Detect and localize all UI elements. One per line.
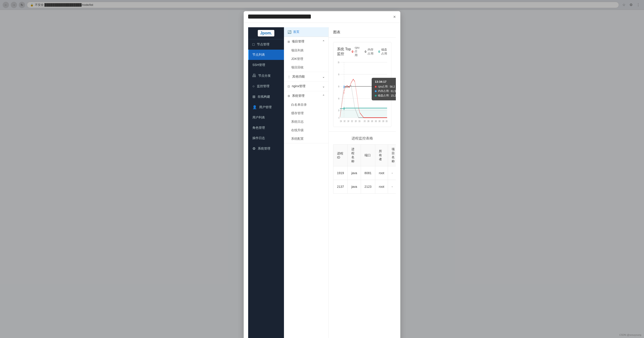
col-project: 项目名称 bbox=[388, 145, 396, 166]
chart-area: 系统 Top 监控 cpu占用 内存占用 bbox=[333, 42, 391, 127]
sidebar: Jpom. □ 节点管理 节点列表 SSH管理 品 节点分发 bbox=[248, 27, 284, 338]
cache-mgmt-link[interactable]: 缓存管理 bbox=[284, 109, 328, 118]
sidebar-item-online-build[interactable]: ⊞ 在线构建 bbox=[248, 91, 284, 102]
sidebar-item-node-mgmt[interactable]: □ 节点管理 bbox=[248, 39, 284, 50]
sub-sidebar-home-label: 首页 bbox=[293, 30, 300, 34]
main-content: 图表 系统 Top 监控 cpu占用 bbox=[329, 27, 396, 338]
sidebar-item-user-list[interactable]: 用户列表 bbox=[248, 112, 284, 123]
row2-port: 2123 bbox=[361, 180, 375, 194]
col-owner: 所有者 bbox=[375, 145, 388, 166]
row2-owner: root bbox=[375, 180, 388, 194]
svg-text:13:48:35: 13:48:35 bbox=[371, 120, 373, 122]
table-row: 1919 java 8081 root - 246 MB 睡眠 0.0% 1 bbox=[334, 166, 396, 180]
sidebar-item-monitor-mgmt[interactable]: ○ 监控管理 bbox=[248, 81, 284, 91]
svg-text:13:48:05: 13:48:05 bbox=[368, 120, 369, 122]
online-build-icon: ⊞ bbox=[252, 95, 255, 99]
node-mgmt-icon: □ bbox=[252, 42, 255, 46]
svg-text:13:35:47: 13:35:47 bbox=[355, 120, 357, 122]
legend-cpu: cpu占用 bbox=[352, 46, 360, 57]
chart-subtitle: 系统 Top 监控 bbox=[337, 47, 352, 56]
table-row: 2137 java 2123 root - 176 MB 睡眠 0.0% 9 bbox=[334, 180, 396, 194]
svg-text:100 %: 100 % bbox=[338, 61, 340, 64]
modal-title bbox=[248, 14, 311, 19]
sidebar-item-label-node-dispatch: 节点分发 bbox=[258, 74, 271, 78]
sidebar-item-operation-log[interactable]: 操作日志 bbox=[248, 133, 284, 143]
svg-text:80 %: 80 % bbox=[338, 73, 339, 76]
tooltip-disk-val: 15.29 bbox=[391, 94, 396, 97]
chart-container: 100 % 80 % 60 % 40 % 20 % 0 % 13:33:46 1… bbox=[337, 60, 388, 123]
project-mgmt-chevron-icon: ⌃ bbox=[322, 40, 325, 43]
project-mgmt-header[interactable]: ⊞ 项目管理 ⌃ bbox=[284, 37, 328, 46]
system-mgmt-sub-header[interactable]: ⚙ 系统管理 ⌃ bbox=[284, 91, 328, 101]
svg-text:13:36:16: 13:36:16 bbox=[358, 120, 360, 122]
other-func-label: 其他功能 bbox=[292, 75, 305, 79]
chart-legend: cpu占用 内存占用 磁盘占用 bbox=[352, 46, 388, 57]
home-icon: 🔄 bbox=[288, 30, 291, 34]
sub-sidebar-nginx-section: ⊡ nginx管理 ⌄ bbox=[284, 82, 328, 91]
system-mgmt-sub-label: 系统管理 bbox=[292, 94, 304, 98]
row2-pid: 2137 bbox=[334, 180, 348, 194]
row1-project: - bbox=[388, 166, 396, 180]
node-dispatch-icon: 品 bbox=[252, 73, 256, 78]
nginx-mgmt-label: nginx管理 bbox=[292, 84, 306, 88]
mem-legend-dot bbox=[365, 50, 366, 53]
svg-text:20 %: 20 % bbox=[338, 109, 339, 112]
table-section: 进程监控表格 进程 ID 进程名称 端口 所有者 项目名称 物理内存 bbox=[329, 132, 396, 198]
svg-point-28 bbox=[344, 90, 344, 93]
modal-backdrop: × Jpom. □ 节点管理 节点列表 bbox=[0, 0, 644, 338]
svg-text:40 %: 40 % bbox=[338, 97, 339, 100]
svg-text:13:49:05: 13:49:05 bbox=[375, 120, 376, 122]
nginx-mgmt-header[interactable]: ⊡ nginx管理 ⌄ bbox=[284, 82, 328, 91]
user-mgmt-icon: 👤 bbox=[252, 105, 257, 109]
row1-pid: 1919 bbox=[334, 166, 348, 180]
sidebar-item-label-user-list: 用户列表 bbox=[252, 116, 265, 120]
jdk-mgmt-link[interactable]: JDK管理 bbox=[284, 55, 328, 63]
project-list-link[interactable]: 项目列表 bbox=[284, 46, 328, 55]
row1-owner: root bbox=[375, 166, 388, 180]
sub-sidebar-home[interactable]: 🔄 首页 bbox=[284, 27, 328, 37]
sub-sidebar-project-section: ⊞ 项目管理 ⌃ 项目列表 JDK管理 项目回收 bbox=[284, 37, 328, 72]
disk-legend-label: 磁盘占用 bbox=[381, 48, 388, 56]
sidebar-item-label-node-mgmt: 节点管理 bbox=[257, 42, 270, 46]
cpu-legend-dot bbox=[352, 50, 353, 53]
sidebar-item-ssh-mgmt[interactable]: SSH管理 bbox=[248, 60, 284, 70]
nginx-chevron-icon: ⌄ bbox=[322, 84, 325, 88]
table-title: 进程监控表格 bbox=[333, 136, 391, 141]
system-sub-chevron-icon: ⌃ bbox=[322, 94, 325, 98]
system-log-link[interactable]: 系统日志 bbox=[284, 118, 328, 126]
svg-text:0 %: 0 % bbox=[338, 116, 340, 119]
modal-box: × Jpom. □ 节点管理 节点列表 bbox=[244, 11, 400, 338]
col-pid: 进程 ID bbox=[334, 145, 348, 166]
sidebar-item-system-mgmt[interactable]: ⚙ 系统管理 bbox=[248, 143, 284, 154]
other-func-header[interactable]: ⋮ 其他功能 ⌄ bbox=[284, 72, 328, 81]
svg-text:13:35:17: 13:35:17 bbox=[351, 120, 353, 122]
sidebar-item-label-online-build: 在线构建 bbox=[258, 95, 270, 99]
system-config-link[interactable]: 系统配置 bbox=[284, 135, 328, 143]
sub-sidebar-other-section: ⋮ 其他功能 ⌄ bbox=[284, 72, 328, 82]
nginx-icon: ⊡ bbox=[288, 85, 290, 88]
table-head: 进程 ID 进程名称 端口 所有者 项目名称 物理内存 进程状态 占用CPU 物 bbox=[334, 145, 396, 166]
other-func-icon: ⋮ bbox=[288, 75, 290, 78]
svg-text:13:33:46: 13:33:46 bbox=[340, 120, 342, 122]
chart-section: 系统 Top 监控 cpu占用 内存占用 bbox=[329, 37, 396, 132]
online-upgrade-link[interactable]: 在线升级 bbox=[284, 126, 328, 135]
sidebar-item-node-dispatch[interactable]: 品 节点分发 bbox=[248, 70, 284, 81]
table-body: 1919 java 8081 root - 246 MB 睡眠 0.0% 1 bbox=[334, 166, 396, 194]
project-recycle-link[interactable]: 项目回收 bbox=[284, 63, 328, 72]
sidebar-item-role-mgmt[interactable]: 角色管理 bbox=[248, 123, 284, 133]
process-table: 进程 ID 进程名称 端口 所有者 项目名称 物理内存 进程状态 占用CPU 物 bbox=[333, 144, 396, 194]
svg-text:13:34:47: 13:34:47 bbox=[347, 120, 349, 122]
whitelist-link[interactable]: 白名单目录 bbox=[284, 101, 328, 109]
content-header: 图表 bbox=[329, 27, 396, 37]
system-mgmt-icon: ⚙ bbox=[252, 146, 256, 151]
sidebar-item-node-list[interactable]: 节点列表 bbox=[248, 50, 284, 60]
row2-name: java bbox=[348, 180, 361, 194]
sidebar-item-label-ssh-mgmt: SSH管理 bbox=[252, 63, 265, 67]
table-header-row: 进程 ID 进程名称 端口 所有者 项目名称 物理内存 进程状态 占用CPU 物 bbox=[334, 145, 396, 166]
svg-text:13:34:17: 13:34:17 bbox=[344, 120, 346, 122]
modal-header: × bbox=[244, 11, 400, 23]
svg-marker-25 bbox=[340, 108, 387, 118]
legend-mem: 内存占用 bbox=[365, 48, 374, 56]
sidebar-item-user-mgmt[interactable]: 👤 用户管理 bbox=[248, 102, 284, 112]
modal-close-button[interactable]: × bbox=[393, 14, 396, 19]
